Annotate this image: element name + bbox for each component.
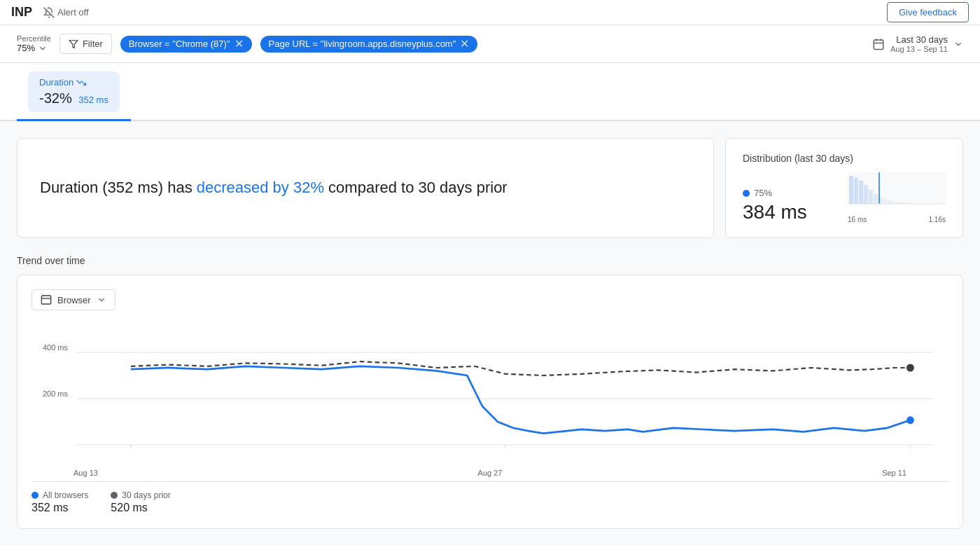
metric-tab-value: -32% 352 ms (39, 90, 108, 106)
x-label-sep11: Sep 11 (882, 469, 906, 477)
trend-label: Trend over time (17, 255, 963, 266)
top-bar-left: INP Alert off (11, 5, 89, 20)
summary-card: Duration (352 ms) has decreased by 32% c… (17, 138, 714, 238)
svg-rect-11 (869, 190, 873, 204)
main-content: Duration (352 ms) has decreased by 32% c… (0, 121, 980, 545)
duration-tab-inner: Duration -32% 352 ms (28, 71, 120, 112)
svg-rect-28 (41, 296, 50, 304)
svg-point-36 (906, 416, 914, 424)
url-chip-close[interactable]: ✕ (460, 39, 469, 50)
x-label-aug27: Aug 27 (478, 469, 503, 477)
svg-rect-2 (874, 40, 883, 50)
distribution-card: Distribution (last 30 days) 75% 384 ms (725, 138, 963, 238)
bell-off-icon (43, 7, 55, 18)
top-bar-right: Give feedback (887, 2, 969, 22)
summary-row: Duration (352 ms) has decreased by 32% c… (17, 138, 963, 238)
svg-rect-14 (883, 199, 888, 204)
x-axis-labels: Aug 13 Aug 27 Sep 11 (31, 469, 948, 477)
x-label-aug13: Aug 13 (74, 469, 98, 477)
svg-line-0 (44, 7, 55, 18)
distribution-title: Distribution (last 30 days) (743, 153, 946, 164)
y-label-400: 400 ms (43, 343, 68, 352)
date-range-picker[interactable]: Last 30 days Aug 13 – Sep 11 (872, 34, 963, 53)
svg-rect-8 (854, 178, 858, 204)
browser-chip-close[interactable]: ✕ (234, 39, 244, 50)
filter-button[interactable]: Filter (59, 34, 112, 54)
alert-off-container: Alert off (43, 7, 89, 18)
dist-histogram (848, 172, 946, 211)
svg-rect-9 (859, 181, 863, 204)
browser-chip[interactable]: Browser = "Chrome (87)" ✕ (120, 36, 252, 53)
legend-prior: 30 days prior 520 ms (111, 490, 170, 514)
distribution-body: 75% 384 ms (743, 172, 946, 223)
chevron-down-icon (38, 43, 48, 53)
percentile-value[interactable]: 75% (17, 43, 51, 53)
top-bar: INP Alert off Give feedback (0, 0, 980, 25)
svg-rect-16 (893, 201, 897, 204)
dist-chart-labels: 16 ms 1.16s (848, 216, 946, 223)
distribution-left: 75% 384 ms (743, 188, 836, 223)
y-axis-labels: 400 ms 200 ms (31, 322, 74, 476)
svg-rect-15 (888, 200, 892, 204)
duration-tab[interactable]: Duration -32% 352 ms (17, 63, 131, 121)
dist-chart: 16 ms 1.16s (848, 172, 946, 223)
svg-rect-7 (849, 176, 853, 204)
dist-percentile: 75% (743, 188, 836, 198)
inp-badge: INP (11, 5, 32, 20)
legend-all-browsers: All browsers 352 ms (31, 490, 88, 514)
dist-value: 384 ms (743, 201, 836, 223)
summary-text: Duration (352 ms) has decreased by 32% c… (40, 177, 507, 199)
filter-bar: Percentile 75% Filter Browser = "Chrome … (0, 25, 980, 63)
trend-chart-svg (31, 322, 948, 476)
svg-point-37 (906, 364, 914, 372)
trend-section-outer: Trend over time Browser (17, 255, 963, 529)
date-range-text: Last 30 days Aug 13 – Sep 11 (890, 34, 948, 53)
dist-dot (743, 190, 750, 197)
legend-dot-prior (111, 492, 118, 499)
alert-off-label: Alert off (57, 7, 89, 18)
trend-chart-container: 400 ms 200 ms Aug 13 Aug 27 Sep 11 (31, 322, 948, 476)
legend-dot-all-browsers (31, 492, 38, 499)
chart-legend: All browsers 352 ms 30 days prior 520 ms (31, 481, 948, 514)
percentile-select[interactable]: Percentile 75% (17, 34, 51, 53)
svg-rect-10 (864, 185, 868, 204)
give-feedback-button[interactable]: Give feedback (887, 2, 969, 22)
chevron-down-icon-date (953, 39, 963, 49)
chevron-down-icon-browser (97, 295, 106, 305)
filter-icon (69, 39, 78, 49)
y-label-200: 200 ms (43, 389, 68, 398)
svg-rect-12 (874, 194, 878, 204)
metric-tab-title: Duration (39, 77, 108, 88)
trend-down-icon (76, 78, 86, 88)
browser-icon (41, 294, 52, 305)
metric-tabs: Duration -32% 352 ms (0, 63, 980, 121)
percentile-label: Percentile (17, 34, 51, 43)
trend-section: Browser (17, 275, 963, 529)
calendar-icon (872, 38, 885, 50)
svg-marker-1 (69, 40, 78, 48)
browser-select-button[interactable]: Browser (31, 289, 115, 310)
url-chip[interactable]: Page URL = "livingroom.apps.disneyplus.c… (260, 36, 478, 53)
